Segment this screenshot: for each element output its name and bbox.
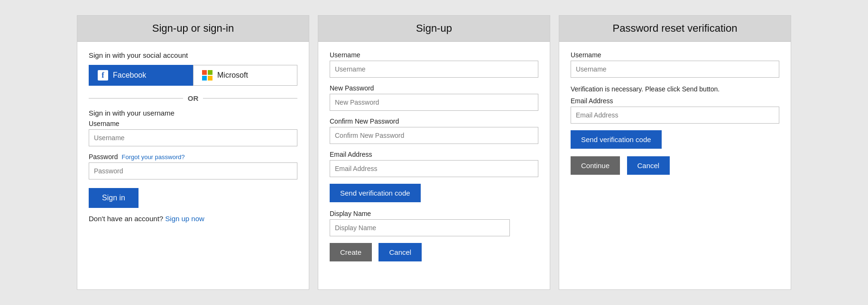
password-field-label: Password Forgot your password?: [89, 153, 297, 161]
signup-send-verification-button[interactable]: Send verification code: [330, 184, 421, 202]
reset-cancel-button[interactable]: Cancel: [627, 156, 670, 175]
reset-email-input[interactable]: [571, 107, 779, 124]
signin-username-input[interactable]: [89, 129, 297, 146]
or-divider: OR: [89, 94, 297, 102]
signup-new-password-label: New Password: [330, 84, 538, 92]
signin-panel: Sign-up or sign-in Sign in with your soc…: [77, 15, 309, 290]
or-text: OR: [188, 94, 199, 102]
signup-new-password-input[interactable]: [330, 94, 538, 111]
microsoft-button[interactable]: Microsoft: [193, 65, 297, 86]
signup-confirm-password-label: Confirm New Password: [330, 117, 538, 125]
divider-right: [203, 98, 297, 99]
signup-panel: Sign-up Username New Password Confirm Ne…: [318, 15, 550, 290]
signup-action-buttons: Create Cancel: [330, 243, 538, 261]
microsoft-button-label: Microsoft: [217, 71, 248, 80]
username-section-label: Sign in with your username: [89, 109, 297, 117]
signup-create-button[interactable]: Create: [330, 243, 372, 261]
signup-now-link[interactable]: Sign up now: [165, 215, 204, 223]
reset-action-buttons: Continue Cancel: [571, 156, 779, 175]
reset-username-label: Username: [571, 51, 779, 59]
facebook-button[interactable]: f Facebook: [89, 65, 193, 86]
microsoft-icon: [202, 70, 212, 81]
divider-left: [89, 98, 183, 99]
signup-email-input[interactable]: [330, 160, 538, 177]
ms-sq-yellow: [208, 76, 212, 81]
username-field-label: Username: [89, 120, 297, 127]
facebook-icon: f: [98, 70, 108, 81]
ms-sq-green: [208, 70, 212, 75]
signup-email-label: Email Address: [330, 151, 538, 158]
signup-display-name-input[interactable]: [330, 219, 510, 236]
signup-panel-title: Sign-up: [318, 16, 550, 42]
signin-button[interactable]: Sign in: [89, 188, 139, 208]
signup-prompt: Don't have an account? Sign up now: [89, 215, 297, 223]
reset-username-input[interactable]: [571, 61, 779, 78]
reset-send-verification-button[interactable]: Send verification code: [571, 130, 662, 149]
ms-sq-blue: [202, 76, 207, 81]
signup-username-input[interactable]: [330, 61, 538, 78]
reset-continue-button[interactable]: Continue: [571, 156, 620, 175]
facebook-button-label: Facebook: [113, 71, 146, 80]
signup-username-label: Username: [330, 51, 538, 59]
signup-cancel-button[interactable]: Cancel: [379, 243, 422, 261]
password-reset-panel: Password reset verification Username Ver…: [559, 15, 791, 290]
signin-password-input[interactable]: [89, 162, 297, 179]
no-account-text: Don't have an account?: [89, 215, 163, 223]
signup-confirm-password-input[interactable]: [330, 127, 538, 144]
ms-sq-red: [202, 70, 207, 75]
social-label: Sign in with your social account: [89, 51, 297, 59]
password-reset-panel-title: Password reset verification: [559, 16, 791, 42]
verification-note: Verification is necessary. Please click …: [571, 84, 779, 94]
signin-panel-title: Sign-up or sign-in: [77, 16, 309, 42]
reset-email-label: Email Address: [571, 97, 779, 105]
forgot-password-link[interactable]: Forgot your password?: [121, 153, 185, 161]
signup-display-name-label: Display Name: [330, 210, 538, 217]
social-buttons: f Facebook Microsoft: [89, 65, 297, 86]
